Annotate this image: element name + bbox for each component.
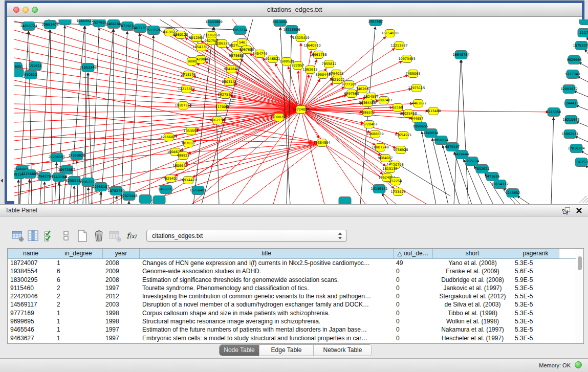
graph-node[interactable]: 2887682 (368, 19, 383, 26)
graph-node[interactable]: 15720407 (360, 121, 377, 128)
graph-node[interactable]: 10688639 (366, 130, 383, 138)
graph-node[interactable]: 16154838 (381, 30, 398, 37)
new-column-icon[interactable] (75, 228, 90, 244)
column-header-short[interactable]: short (433, 249, 512, 258)
graph-node[interactable]: 15751074 (573, 41, 588, 50)
graph-node[interactable]: 887833 (182, 140, 195, 147)
graph-node[interactable]: 9890 (187, 58, 197, 65)
graph-node[interactable] (139, 195, 151, 204)
function-builder-icon[interactable]: f (x) (125, 228, 140, 244)
delete-column-icon[interactable] (91, 228, 106, 244)
tab-network-table[interactable]: Network Table (314, 345, 372, 356)
graph-node[interactable]: 746266 (356, 85, 369, 93)
table-row[interactable]: 946554611997Estimation of the future num… (8, 325, 583, 334)
table-mode-icon[interactable] (10, 228, 26, 244)
graph-node[interactable]: 8471626 (485, 172, 500, 181)
graph-node[interactable]: 9227343 (565, 70, 580, 79)
graph-node[interactable]: 24055724 (20, 22, 37, 31)
graph-node[interactable]: 17359926 (68, 151, 85, 160)
graph-node[interactable]: 10654112 (491, 180, 508, 189)
graph-node[interactable]: 8215358 (547, 108, 561, 117)
tab-edge-table[interactable]: Edge Table (259, 345, 314, 356)
column-header-name[interactable]: name (8, 249, 54, 258)
close-icon[interactable] (575, 206, 583, 214)
network-canvas[interactable]: 1872400718300295193845542405572420691406… (14, 19, 588, 204)
graph-node[interactable]: 16033809 (205, 19, 222, 27)
graph-node[interactable]: 16210643 (562, 116, 579, 124)
graph-node[interactable]: 9529966 (567, 56, 582, 64)
graph-node[interactable]: 17942757 (36, 172, 53, 181)
graph-node[interactable]: 9245652 (506, 189, 520, 198)
memory-status-indicator[interactable] (575, 361, 582, 368)
graph-node[interactable]: 8990448 (316, 71, 331, 79)
table-row[interactable]: 946362711997Embryonic stem cells: a mode… (8, 334, 583, 342)
graph-node[interactable]: 9115460 (426, 107, 441, 115)
column-header-out_de[interactable]: △ out_de… (394, 249, 433, 258)
graph-node[interactable]: 1527602 (92, 19, 107, 27)
table-row[interactable]: 969969511998Structural magnetic resonanc… (8, 317, 583, 325)
graph-node[interactable] (153, 196, 165, 205)
graph-node[interactable] (59, 19, 71, 25)
graph-node[interactable]: 9756928 (394, 146, 408, 154)
column-header-year[interactable]: year (103, 249, 140, 258)
graph-node[interactable]: 9146821 (266, 55, 280, 63)
column-header-pagerank[interactable]: pagerank (512, 249, 559, 258)
graph-node[interactable]: 20206555 (48, 153, 65, 162)
graph-node[interactable]: 21053346 (79, 63, 96, 72)
graph-node[interactable]: 20691406 (41, 20, 58, 29)
table-row[interactable]: 1872400712008Changes of HCN gene express… (8, 259, 583, 267)
graph-node[interactable]: 1117 (578, 29, 588, 37)
collapse-panel-handle[interactable] (1, 179, 3, 183)
graph-node[interactable]: 1733426 (391, 188, 406, 196)
graph-node[interactable]: 10107552 (175, 102, 191, 110)
graph-node[interactable]: 752254 (389, 178, 402, 185)
graph-node[interactable]: 12975115 (408, 84, 425, 92)
graph-node[interactable]: 117006 (215, 103, 228, 111)
graph-node[interactable] (339, 197, 351, 205)
graph-node[interactable]: 7955812 (322, 60, 337, 68)
graph-node[interactable]: 12923448 (120, 192, 137, 201)
graph-node[interactable]: 8454749 (253, 50, 268, 58)
select-all-icon[interactable] (42, 228, 57, 244)
table-scrollbar[interactable] (576, 249, 583, 343)
graph-node[interactable]: 10958107 (92, 183, 109, 191)
table-row[interactable]: 2242004622012Investigating the contribut… (8, 292, 583, 300)
graph-node[interactable]: 18640910 (303, 42, 320, 50)
graph-node[interactable]: 15716485 (189, 186, 206, 195)
graph-node[interactable]: 1362615 (303, 66, 318, 74)
tab-node-table[interactable]: Node Table (220, 345, 259, 356)
column-header-in_degree[interactable]: in_degree (54, 249, 103, 258)
graph-node[interactable]: 2935114 (465, 157, 480, 166)
graph-node[interactable]: 12213987 (390, 42, 407, 50)
graph-node[interactable] (579, 19, 588, 25)
graph-node[interactable]: 1143194 (52, 173, 67, 182)
table-row[interactable]: 1938455462009Genome-wide association stu… (8, 267, 583, 275)
graph-node[interactable]: 950513 (25, 71, 37, 79)
graph-node[interactable]: 1244413 (564, 99, 579, 108)
delete-table-icon[interactable] (107, 228, 123, 244)
graph-node[interactable]: 7515526 (146, 26, 161, 35)
graph-node[interactable]: 62160 (393, 104, 403, 112)
graph-node[interactable]: 2803144 (222, 78, 237, 86)
graph-node[interactable]: 10653527 (76, 19, 93, 26)
graph-node[interactable]: 14463627 (409, 100, 426, 107)
network-window-titlebar[interactable]: citations_edges.txt (7, 3, 582, 17)
graph-node[interactable]: 7832621 (475, 165, 490, 173)
graph-node[interactable]: 8958924 (434, 136, 449, 145)
graph-node[interactable]: 151931 (29, 62, 42, 71)
graph-node[interactable]: 2718176 (181, 71, 196, 79)
table-row[interactable]: 911546021997Tourette syndrome. Phenomeno… (8, 284, 583, 292)
graph-node[interactable]: 16961758 (310, 51, 326, 59)
graph-node[interactable]: 7485063 (406, 70, 421, 78)
graph-node[interactable]: 9684067 (378, 155, 393, 162)
table-scrollbar-thumb[interactable] (578, 256, 582, 270)
table-row[interactable]: 977716911998Corpus callosum shape and si… (8, 309, 583, 317)
graph-node[interactable]: 12093872 (560, 85, 577, 94)
table-select-dropdown[interactable]: citations_edges.txt (146, 230, 347, 242)
float-window-icon[interactable] (562, 207, 571, 214)
graph-node[interactable]: 9875685 (229, 52, 244, 60)
graph-node[interactable]: 8813054 (273, 19, 288, 27)
graph-node[interactable]: 7857224 (233, 26, 248, 35)
graph-node[interactable]: 19218506 (283, 26, 300, 34)
graph-node[interactable]: 15892971 (561, 130, 578, 139)
